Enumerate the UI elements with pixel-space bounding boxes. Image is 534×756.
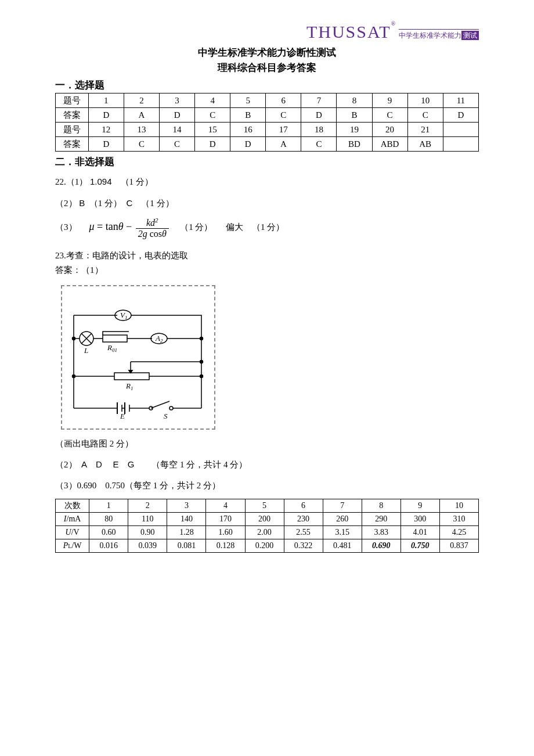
circuit-diagram: V1 A2 L R01 R1 E S [61, 285, 215, 430]
row-p-header: PL/W [56, 539, 89, 553]
svg-text:V1: V1 [120, 311, 127, 321]
logo-sub-badge: 测试 [461, 31, 479, 40]
mc-answer-table: 题号 1234567891011 答案 DADCBCDBCCD 题号 12131… [55, 93, 479, 152]
q23-intro: 23.考查：电路的设计，电表的选取 [55, 249, 479, 264]
row-u-header: U/V [56, 526, 89, 539]
q23-note1: （画出电路图 2 分） [55, 437, 479, 452]
svg-point-8 [73, 375, 75, 377]
svg-text:A2: A2 [155, 334, 163, 344]
page-title: 中学生标准学术能力诊断性测试 理科综合科目参考答案 [55, 45, 479, 75]
svg-point-9 [200, 375, 203, 377]
mc-header-q: 题号 [56, 93, 89, 108]
q23-line3: （3）0.690 0.750（每空 1 分，共计 2 分） [55, 478, 479, 494]
table-row: 答案 DCCDDACBDABDAB [56, 137, 479, 152]
table-row: 答案 DADCBCDBCCD [56, 108, 479, 123]
svg-text:L: L [84, 346, 88, 355]
table-row: PL/W 0.0160.0390.0810.1280.2000.3220.481… [56, 539, 479, 553]
logo-block: THUSSAT® 中学生标准学术能力测试 [55, 23, 479, 41]
table-row: U/V 0.600.901.281.602.002.553.153.834.01… [56, 526, 479, 539]
table-row: I/mA 80110140170200230260290300310 [56, 513, 479, 526]
mc-header-a: 答案 [56, 108, 89, 123]
data-table: 次数 12345678910 I/mA 80110140170200230260… [55, 499, 479, 553]
formula: μ = tanθ − kd22g cosθ [86, 217, 174, 239]
row-i-header: I/mA [56, 513, 89, 526]
section-2-heading: 二．非选择题 [55, 155, 479, 168]
q22-line1: 22.（1） 1.094 （1 分） [55, 174, 479, 190]
svg-text:E: E [120, 412, 125, 420]
logo-subtitle: 中学生标准学术能力测试 [399, 29, 479, 41]
logo-sub-cn: 中学生标准学术能力 [399, 31, 461, 39]
q23-answer-label: 答案：（1） [55, 263, 479, 278]
svg-rect-4 [103, 335, 127, 342]
q22-line2: （2） B （1 分） C （1 分） [55, 196, 479, 211]
svg-point-11 [169, 406, 173, 410]
q22-line3: （3） μ = tanθ − kd22g cosθ （1 分） 偏大 （1 分） [55, 217, 479, 239]
section-1-heading: 一．选择题 [55, 78, 479, 92]
title-line-2: 理科综合科目参考答案 [55, 60, 479, 75]
table-row: 次数 12345678910 [56, 499, 479, 513]
col-header: 次数 [56, 499, 89, 513]
q23-line2: （2） A D E G （每空 1 分，共计 4 分） [55, 457, 479, 473]
svg-point-7 [200, 360, 203, 363]
table-row: 题号 12131415161718192021 [56, 123, 479, 137]
svg-rect-6 [114, 373, 149, 380]
table-row: 题号 1234567891011 [56, 93, 479, 108]
svg-text:R01: R01 [107, 343, 117, 353]
svg-text:S: S [164, 412, 168, 420]
logo-r: ® [391, 20, 397, 27]
title-line-1: 中学生标准学术能力诊断性测试 [55, 45, 479, 60]
logo-main: THUSSAT [306, 22, 391, 41]
svg-text:R1: R1 [125, 381, 133, 391]
